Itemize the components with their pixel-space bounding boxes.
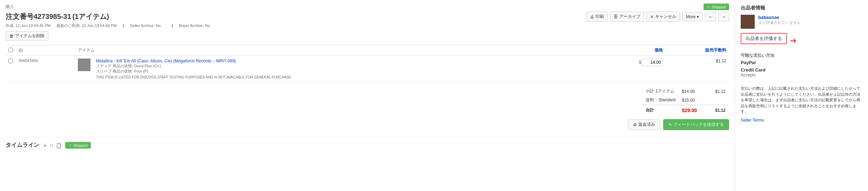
table-row: 956047666 Metallica - Kill 'Em All (Cass… — [6, 56, 729, 82]
shipped-status-badge: Shipped — [704, 4, 729, 10]
more-button[interactable]: More ▾ — [682, 12, 703, 21]
total-row: 合計 $29.00 $1.12 — [643, 105, 728, 114]
timeline-label: タイムライン — [6, 142, 39, 149]
info-icon: ℹ — [123, 23, 124, 28]
price-input[interactable] — [642, 59, 663, 66]
cancel-button[interactable]: ✕ キャンセル — [646, 12, 680, 22]
trash-icon: 🗑 — [9, 34, 14, 39]
delete-items-button[interactable]: 🗑 アイテムを削除 — [6, 31, 48, 41]
prev-button[interactable]: ← — [705, 12, 716, 21]
payment-note: 支払いの際は、上記に記載された支払い方法および詳細にしたがって出品者に支払いを行… — [741, 82, 862, 115]
gear-icon: ⚙ — [633, 122, 637, 127]
order-summary: 小計 1アイテム $14.00 $1.12 送料：Standard $15.00… — [642, 87, 729, 115]
seller-rating-text: まだ評価されていません — [758, 20, 801, 25]
timeline-shipped-badge: Shipped — [65, 142, 91, 149]
info-icon2: ℹ — [171, 23, 173, 28]
item-fee: $1.12 — [666, 56, 729, 82]
feedback-icon: ✎ — [668, 122, 672, 127]
sidebar-title: 出品者情報 — [741, 5, 862, 11]
seller-sidebar: 出品者情報 babasnae まだ評価されていません 出品者を評価する ➜ 可能… — [735, 0, 868, 191]
item-count: (1アイテム) — [72, 13, 109, 20]
select-all-checkbox[interactable] — [8, 48, 13, 52]
col-price: 価格 — [595, 45, 666, 56]
shipping-row: 送料：Standard $15.00 — [643, 96, 728, 104]
item-details: Metallica - Kill 'Em All (Cass, Album, C… — [75, 56, 596, 82]
arrow-icon: ➜ — [790, 36, 797, 46]
refund-button[interactable]: ⚙ 返金済み — [628, 119, 660, 130]
order-title: 注文番号4273985-31 — [6, 13, 71, 20]
item-link[interactable]: Metallica - Kill 'Em All (Cass, Album, C… — [96, 59, 236, 63]
refresh-icon[interactable]: ↻ — [49, 143, 54, 148]
row-checkbox[interactable] — [8, 59, 13, 63]
note-icon[interactable]: 📋 — [56, 143, 62, 148]
next-button[interactable]: → — [718, 12, 729, 21]
cancel-icon: ✕ — [650, 14, 654, 19]
breadcrumb: 購入 — [6, 4, 14, 10]
seller-avatar — [741, 15, 755, 29]
col-item: アイテム — [75, 45, 596, 56]
print-button[interactable]: 🖨 印刷 — [586, 12, 608, 22]
item-id: 956047666 — [16, 56, 75, 82]
feedback-button[interactable]: ✎ フィードバックを送信する — [663, 119, 729, 130]
print-icon: 🖨 — [590, 14, 594, 19]
payment-section: 可能な支払い方法 PayPal Credit Card Accepts — [741, 53, 862, 77]
item-thumbnail — [78, 59, 90, 71]
seller-name[interactable]: babasnae — [758, 15, 801, 20]
archive-button[interactable]: 🗄 アーカイブ — [610, 12, 644, 22]
star-icon[interactable]: ★ — [43, 143, 47, 148]
subtotal-row: 小計 1アイテム $14.00 $1.12 — [643, 87, 728, 95]
timeline-icons: ★ ↻ 📋 — [43, 143, 62, 148]
seller-terms-link[interactable]: Seller Terms — [741, 118, 764, 123]
archive-icon: 🗄 — [614, 14, 618, 19]
col-fee: 販売手数料 — [666, 45, 729, 56]
item-price: $ — [595, 56, 666, 82]
rate-seller-button[interactable]: 出品者を評価する — [741, 33, 787, 44]
chevron-down-icon: ▾ — [697, 14, 699, 19]
items-table: ID アイテム 価格 販売手数料 956047666 Metallica - K… — [6, 45, 729, 82]
col-id: ID — [16, 45, 75, 56]
order-meta: 作成: 12-Jun-19 04:45 PM 最新のご利用: 12-Jun-19… — [6, 23, 729, 28]
